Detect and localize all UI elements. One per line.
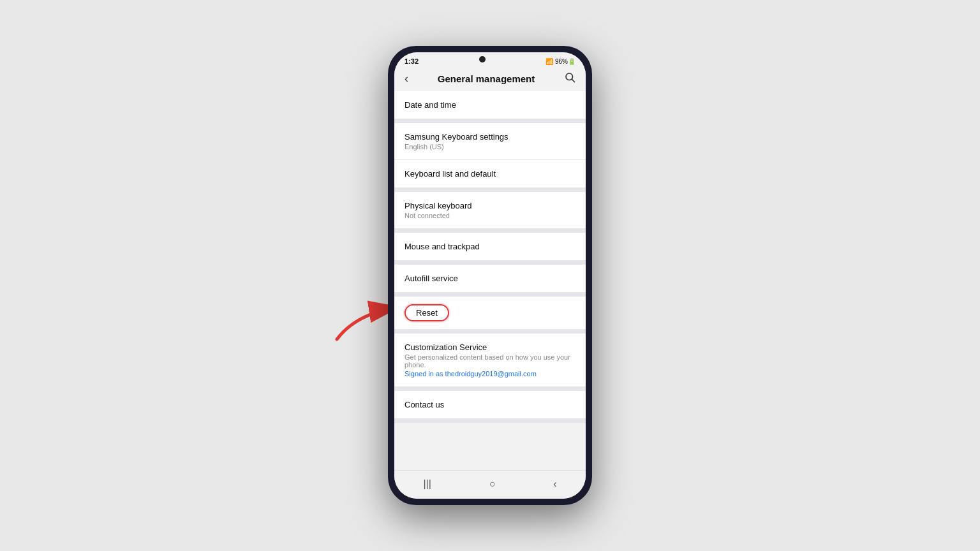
battery-icon: 96%🔋 (555, 58, 575, 65)
customization-subtitle: Get personalized content based on how yo… (405, 353, 575, 369)
page-title: General management (438, 73, 535, 84)
status-time: 1:32 (405, 57, 419, 65)
physical-keyboard-subtitle: Not connected (405, 212, 575, 219)
back-button[interactable]: ‹ (405, 72, 408, 85)
svg-line-2 (572, 79, 574, 82)
contact-us-label: Contact us (405, 400, 575, 409)
date-time-label: Date and time (405, 100, 575, 110)
search-button[interactable] (564, 71, 575, 86)
camera-area (479, 56, 486, 62)
samsung-keyboard-subtitle: English (US) (405, 143, 575, 151)
physical-keyboard-label: Physical keyboard (405, 201, 575, 210)
status-bar: 1:32 📶 96%🔋 (394, 52, 586, 68)
settings-item-date-time[interactable]: Date and time (394, 91, 586, 119)
wifi-icon: 📶 (546, 58, 553, 65)
settings-item-customization[interactable]: Customization Service Get personalized c… (394, 334, 586, 387)
reset-row: Reset (394, 297, 586, 330)
settings-item-physical-keyboard[interactable]: Physical keyboard Not connected (394, 192, 586, 229)
camera-dot (479, 56, 486, 62)
section-divider-8 (394, 419, 586, 423)
customization-label: Customization Service (405, 342, 575, 352)
mouse-trackpad-label: Mouse and trackpad (405, 242, 575, 251)
back-nav-button[interactable]: ‹ (543, 476, 567, 492)
settings-item-autofill[interactable]: Autofill service (394, 265, 586, 293)
customization-signed-in: Signed in as thedroidguy2019@gmail.com (405, 370, 575, 378)
bottom-nav-bar: ||| ○ ‹ (394, 470, 586, 499)
home-button[interactable]: ○ (479, 476, 506, 492)
reset-button[interactable]: Reset (405, 304, 449, 321)
phone-screen: 1:32 📶 96%🔋 ‹ General management (394, 52, 586, 499)
phone-device: 1:32 📶 96%🔋 ‹ General management (388, 46, 592, 505)
settings-item-keyboard-list[interactable]: Keyboard list and default (394, 160, 586, 188)
recents-button[interactable]: ||| (413, 476, 441, 492)
settings-item-mouse-trackpad[interactable]: Mouse and trackpad (394, 233, 586, 261)
top-nav-bar: ‹ General management (394, 68, 586, 91)
status-icons: 📶 96%🔋 (546, 58, 575, 65)
settings-list: Date and time Samsung Keyboard settings … (394, 91, 586, 470)
settings-item-contact-us[interactable]: Contact us (394, 391, 586, 419)
samsung-keyboard-label: Samsung Keyboard settings (405, 132, 575, 142)
settings-item-samsung-keyboard[interactable]: Samsung Keyboard settings English (US) (394, 123, 586, 160)
keyboard-list-label: Keyboard list and default (405, 169, 575, 179)
autofill-label: Autofill service (405, 274, 575, 283)
